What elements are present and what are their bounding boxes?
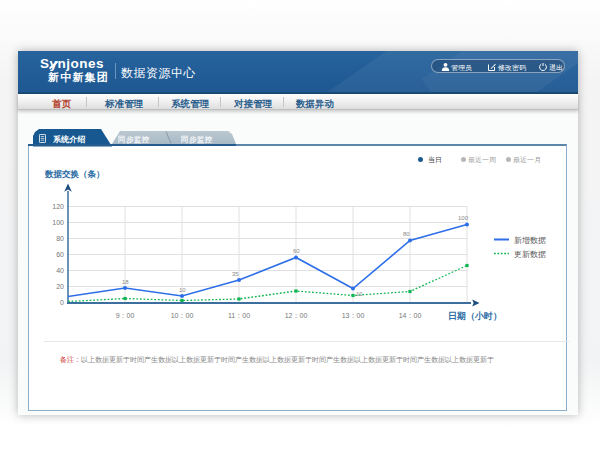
svg-text:13：00: 13：00 bbox=[342, 312, 365, 319]
svg-text:120: 120 bbox=[52, 203, 64, 210]
svg-text:0: 0 bbox=[60, 299, 64, 306]
svg-text:14：00: 14：00 bbox=[399, 312, 422, 319]
svg-text:20: 20 bbox=[56, 283, 64, 290]
svg-text:10：00: 10：00 bbox=[171, 312, 194, 319]
svg-text:60: 60 bbox=[293, 248, 300, 254]
svg-text:更新数据: 更新数据 bbox=[514, 250, 546, 259]
svg-text:新增数据: 新增数据 bbox=[514, 236, 546, 245]
svg-text:12：00: 12：00 bbox=[285, 312, 308, 319]
svg-text:10: 10 bbox=[356, 291, 363, 297]
svg-text:80: 80 bbox=[56, 235, 64, 242]
svg-text:100: 100 bbox=[52, 219, 64, 226]
svg-text:数据交换（条）: 数据交换（条） bbox=[44, 169, 105, 179]
svg-text:18: 18 bbox=[122, 279, 129, 285]
svg-text:10: 10 bbox=[179, 287, 186, 293]
svg-text:100: 100 bbox=[458, 215, 469, 221]
svg-text:日期（小时）: 日期（小时） bbox=[448, 311, 502, 321]
svg-text:80: 80 bbox=[403, 231, 410, 237]
svg-text:40: 40 bbox=[56, 267, 64, 274]
svg-text:11：00: 11：00 bbox=[228, 312, 250, 319]
svg-text:35: 35 bbox=[232, 271, 239, 277]
svg-text:60: 60 bbox=[56, 251, 64, 258]
svg-text:9：00: 9：00 bbox=[116, 312, 135, 319]
